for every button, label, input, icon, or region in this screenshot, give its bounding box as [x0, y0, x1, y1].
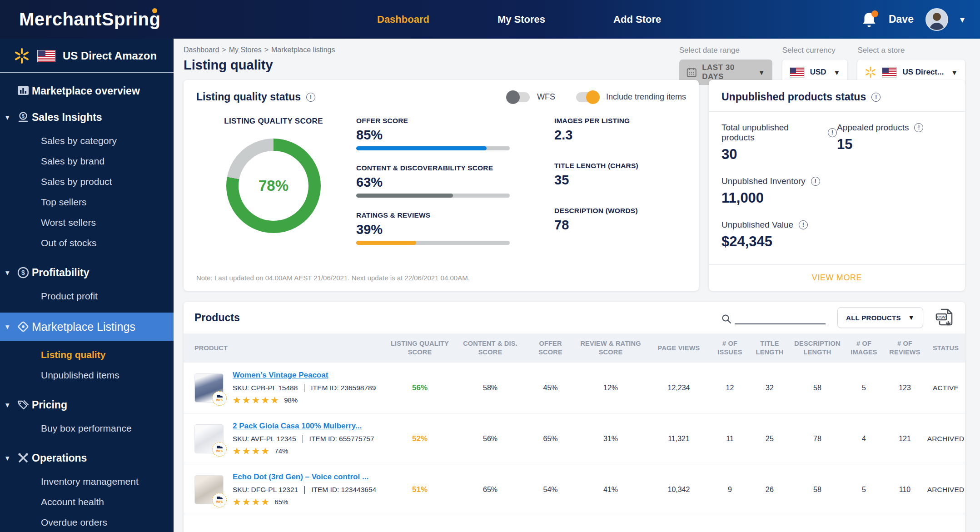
donut-chart-label: LISTING QUALITY SCORE: [224, 117, 323, 126]
sidebar-store-header[interactable]: US Direct Amazon: [0, 39, 174, 72]
sidebar-item-pricing[interactable]: ▾ Pricing: [0, 392, 174, 418]
main-content: Dashboard>My Stores>Marketplace listings…: [174, 39, 980, 532]
listing-quality-donut-chart: 78%: [226, 139, 321, 233]
products-card: Products ALL PRODUCTS ▼: [184, 302, 965, 532]
content-score-bar: [356, 194, 510, 198]
chevron-down-icon: ▼: [908, 314, 915, 321]
user-name: Dave: [889, 13, 914, 25]
user-menu-caret-icon[interactable]: ▾: [960, 15, 965, 24]
currency-label: Select currency: [782, 46, 848, 55]
star-rating-icons: ★★★★: [233, 497, 270, 507]
products-search-input[interactable]: [735, 311, 826, 324]
us-flag-icon: [37, 50, 55, 62]
unpublished-inventory-stat: Unpublshed Inventory 11,000: [721, 176, 837, 206]
appealed-products-stat: Appealed products 15: [837, 123, 952, 163]
sidebar-item-out-of-stocks[interactable]: Out of stocks: [0, 233, 174, 253]
sales-insights-icon: $: [16, 111, 30, 123]
listing-quality-status-card: Listing quality status WFS Include trend…: [184, 80, 699, 291]
table-row: WFS Echo Dot (3rd Gen) – Voice control .…: [184, 464, 965, 515]
notifications-bell-icon[interactable]: [861, 11, 877, 28]
info-icon[interactable]: [799, 220, 808, 229]
sidebar-item-worst-sellers[interactable]: Worst sellers: [0, 212, 174, 233]
total-unpublished-stat: Total unpublished products 30: [721, 123, 837, 163]
sidebar-item-operations[interactable]: ▾ Operations: [0, 445, 174, 471]
sidebar-item-sales-by-product[interactable]: Sales by product: [0, 171, 174, 192]
chevron-down-icon: ▼: [758, 69, 765, 76]
merchantspring-logo: MerchantSpring: [19, 9, 160, 30]
sidebar-item-buy-box-performance[interactable]: Buy box performance: [0, 418, 174, 438]
product-link[interactable]: 2 Pack Gioia Casa 100% Mulberry...: [233, 422, 362, 431]
sidebar-item-marketplace-overview[interactable]: Marketplace overview: [0, 78, 174, 104]
status-badge: ARCHIVED: [926, 435, 965, 443]
calendar-icon: [686, 66, 697, 78]
product-thumbnail: WFS: [194, 424, 224, 453]
unpublished-value-stat: Unpublished Value $24,345: [721, 220, 837, 250]
status-badge: ARCHIVED: [926, 486, 965, 494]
product-sku: SKU: AVF-PL 12345ITEM ID: 655775757: [233, 435, 374, 443]
sidebar-item-sales-by-category[interactable]: Sales by category: [0, 130, 174, 151]
products-title: Products: [194, 312, 240, 324]
star-rating-icons: ★★★★★: [233, 395, 280, 405]
bar-chart-icon: [16, 85, 30, 96]
product-link[interactable]: Echo Dot (3rd Gen) – Voice control ...: [233, 472, 368, 482]
nav-link-my-stores[interactable]: My Stores: [497, 14, 545, 25]
trending-items-toggle[interactable]: [576, 92, 599, 102]
search-box: [721, 311, 826, 324]
info-icon[interactable]: [306, 93, 315, 102]
nav-link-dashboard[interactable]: Dashboard: [377, 14, 429, 25]
products-table: PRODUCT LISTING QUALITY SCORE CONTENT & …: [184, 333, 965, 515]
description-words-stat: DESCRIPTION (WORDS) 78: [554, 207, 638, 233]
store-name: US Direct Amazon: [63, 50, 157, 62]
status-badge: ACTIVE: [926, 384, 965, 392]
wfs-toggle[interactable]: [507, 92, 530, 102]
breadcrumb-dashboard[interactable]: Dashboard: [184, 46, 219, 54]
offer-score-metric: OFFER SCORE 85%: [356, 117, 532, 150]
product-rating: ★★★★ 65%: [233, 497, 376, 507]
info-icon[interactable]: [828, 128, 837, 137]
store-label: Select a store: [857, 46, 965, 55]
info-icon[interactable]: [811, 177, 820, 186]
trending-items-toggle-label: Include trending items: [606, 92, 686, 102]
chevron-down-icon: ▾: [5, 400, 15, 410]
images-per-listing-stat: IMAGES PER LISTING 2.3: [554, 117, 638, 143]
chevron-down-icon: ▾: [5, 268, 15, 278]
logo-orange-dot: [152, 8, 157, 13]
sidebar-item-unpublished-items[interactable]: Unpublished items: [0, 365, 174, 385]
product-sku: SKU: DFG-PL 12321ITEM ID: 123443654: [233, 486, 376, 494]
sidebar-item-top-sellers[interactable]: Top sellers: [0, 192, 174, 212]
sidebar-item-sales-by-brand[interactable]: Sales by brand: [0, 151, 174, 171]
user-avatar[interactable]: [925, 8, 948, 31]
search-icon: [721, 313, 732, 324]
walmart-spark-icon: [865, 66, 876, 78]
breadcrumb-my-stores[interactable]: My Stores: [229, 46, 262, 54]
product-link[interactable]: Women’s Vintage Peacoat: [233, 371, 328, 380]
unpublished-products-card: Unpublished products status Total unpubl…: [709, 80, 965, 291]
sidebar-item-profitability[interactable]: ▾ $ Profitability: [0, 259, 174, 286]
title-length-stat: TITLE LENGTH (CHARS) 35: [554, 162, 638, 188]
sidebar-item-product-profit[interactable]: Product profit: [0, 286, 174, 306]
sidebar-item-marketplace-listings[interactable]: ▾ Marketplace Listings: [0, 313, 174, 341]
tools-icon: [16, 452, 30, 464]
sidebar-item-sales-insights[interactable]: ▾ $ Sales Insights: [0, 104, 174, 130]
sidebar-item-account-health[interactable]: Account health: [0, 492, 174, 512]
offer-score-bar: [356, 146, 510, 150]
info-icon[interactable]: [871, 93, 881, 102]
date-range-control: Select date range LAST 30 DAYS ▼: [679, 46, 772, 85]
sidebar-item-overdue-orders[interactable]: Overdue orders: [0, 512, 174, 532]
svg-text:$: $: [22, 114, 25, 119]
sidebar-item-inventory-management[interactable]: Inventory management: [0, 471, 174, 492]
export-csv-button[interactable]: CSV: [935, 307, 954, 328]
sidebar-item-listing-quality[interactable]: Listing quality: [0, 344, 174, 365]
info-icon[interactable]: [914, 123, 923, 132]
date-range-label: Select date range: [679, 46, 772, 55]
svg-text:$: $: [21, 269, 25, 276]
currency-control: Select currency USD ▼: [782, 46, 848, 85]
walmart-spark-icon: [14, 48, 30, 64]
product-sku: SKU: CPB-PL 15488ITEM ID: 236598789: [233, 384, 376, 392]
products-filter-dropdown[interactable]: ALL PRODUCTS ▼: [837, 307, 923, 328]
product-rating: ★★★★★ 98%: [233, 395, 376, 405]
ratings-score-bar: [356, 241, 510, 245]
wfs-toggle-label: WFS: [537, 92, 555, 102]
view-more-button[interactable]: VIEW MORE: [812, 273, 862, 283]
nav-link-add-store[interactable]: Add Store: [613, 14, 661, 25]
